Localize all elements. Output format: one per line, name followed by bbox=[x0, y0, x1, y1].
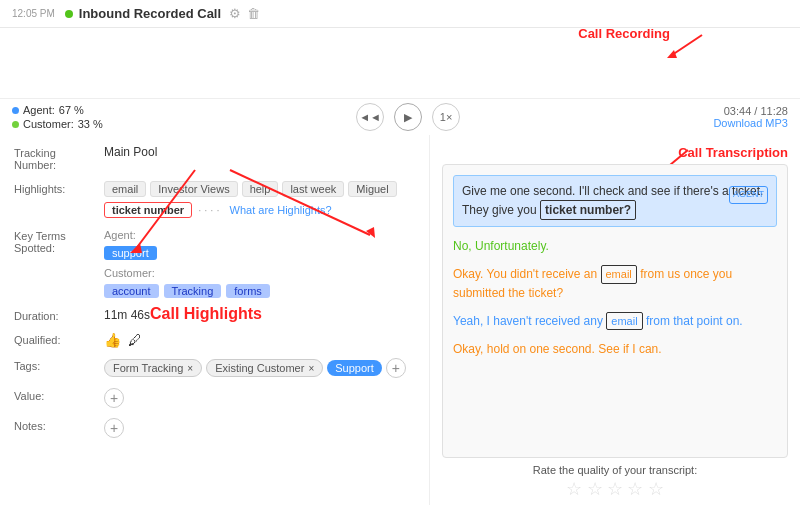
duration-label: Duration: bbox=[14, 308, 104, 322]
badge-account: account bbox=[104, 284, 159, 298]
chip-email[interactable]: email bbox=[104, 181, 146, 197]
add-tag-button[interactable]: + bbox=[386, 358, 406, 378]
left-panel: TrackingNumber: Main Pool Highlights: em… bbox=[0, 135, 430, 505]
agent-label: Agent: bbox=[23, 104, 55, 116]
agent-dot bbox=[12, 107, 19, 114]
key-terms-row: Key TermsSpotted: Agent: support Custome… bbox=[14, 228, 415, 298]
header: 12:05 PM Inbound Recorded Call ⚙ 🗑 bbox=[0, 0, 800, 28]
key-terms-value: Agent: support Customer: account Trackin… bbox=[104, 228, 415, 298]
highlights-link[interactable]: What are Highlights? bbox=[230, 204, 332, 216]
rate-quality: Rate the quality of your transcript: ☆ ☆… bbox=[442, 458, 788, 500]
thumbs-down-icon[interactable]: 🖊 bbox=[128, 332, 142, 348]
notes-row: Notes: + bbox=[14, 418, 415, 438]
email-chip-1: email bbox=[601, 265, 637, 284]
ticket-number-chip: ticket number? bbox=[540, 200, 636, 220]
tag-existing-customer-text: Existing Customer bbox=[215, 362, 304, 374]
trash-icon[interactable]: 🗑 bbox=[247, 6, 260, 21]
transcript-line-5: Okay, hold on one second. See if I can. bbox=[453, 340, 777, 358]
agent-info: Agent: 67 % Customer: 33 % bbox=[12, 104, 103, 130]
agent-term-label: Agent: bbox=[104, 229, 136, 241]
tags-value: Form Tracking × Existing Customer × Supp… bbox=[104, 358, 415, 378]
qualified-row: Qualified: 👍 🖊 bbox=[14, 332, 415, 348]
add-value-button[interactable]: + bbox=[104, 388, 124, 408]
transcript-line-1-text: Give me one second. I'll check and see i… bbox=[462, 184, 763, 217]
play-button[interactable]: ▶ bbox=[394, 103, 422, 131]
tag-support-text: Support bbox=[335, 362, 374, 374]
key-terms-label: Key TermsSpotted: bbox=[14, 228, 104, 254]
highlights-row: Highlights: email Investor Views help la… bbox=[14, 181, 415, 218]
tracking-number-value: Main Pool bbox=[104, 145, 415, 159]
tag-support[interactable]: Support bbox=[327, 360, 382, 376]
duration-value: 11m 46s bbox=[104, 308, 150, 322]
transcript-line-4-text: Yeah, I haven't received any email from … bbox=[453, 314, 743, 328]
download-mp3-link[interactable]: Download MP3 bbox=[713, 117, 788, 129]
notes-label: Notes: bbox=[14, 418, 104, 432]
transcript-line-5-text: Okay, hold on one second. See if I can. bbox=[453, 342, 662, 356]
tags-label: Tags: bbox=[14, 358, 104, 372]
add-notes-button[interactable]: + bbox=[104, 418, 124, 438]
transcript-line-3-text: Okay. You didn't receive an email from u… bbox=[453, 267, 732, 300]
thumbs-up-icon[interactable]: 👍 bbox=[104, 332, 121, 348]
time-separator: / bbox=[754, 105, 757, 117]
tag-existing-customer[interactable]: Existing Customer × bbox=[206, 359, 323, 377]
chip-investor[interactable]: Investor Views bbox=[150, 181, 237, 197]
speed-button[interactable]: 1× bbox=[432, 103, 460, 131]
pool-text: Main Pool bbox=[104, 145, 157, 159]
header-time: 12:05 PM bbox=[12, 8, 55, 19]
highlights-value: email Investor Views help last week Migu… bbox=[104, 181, 415, 218]
star-3[interactable]: ☆ bbox=[607, 479, 623, 499]
tag-form-tracking-text: Form Tracking bbox=[113, 362, 183, 374]
chip-miguel[interactable]: Miguel bbox=[348, 181, 396, 197]
waveform[interactable]: (function(){ var svg = document.currentS… bbox=[12, 36, 788, 96]
right-panel: Call Transcription Give me one second. I… bbox=[430, 135, 800, 505]
header-icons: ⚙ 🗑 bbox=[229, 6, 260, 21]
status-dot bbox=[65, 10, 73, 18]
controls-row: Agent: 67 % Customer: 33 % ◄◄ ▶ 1× 03:44… bbox=[0, 99, 800, 135]
duration-row: Duration: 11m 46s bbox=[14, 308, 415, 322]
time-info: 03:44 / 11:28 Download MP3 bbox=[713, 105, 788, 129]
agent-badge: AGENT bbox=[729, 186, 768, 204]
settings-icon[interactable]: ⚙ bbox=[229, 6, 241, 21]
tags-container: Form Tracking × Existing Customer × Supp… bbox=[104, 358, 415, 378]
customer-label: Customer: bbox=[23, 118, 74, 130]
star-5[interactable]: ☆ bbox=[648, 479, 664, 499]
time-display: 03:44 / 11:28 bbox=[713, 105, 788, 117]
tag-form-tracking-remove[interactable]: × bbox=[187, 363, 193, 374]
waveform-container: Call Recording (function(){ var svg = do… bbox=[0, 28, 800, 99]
playback-controls: ◄◄ ▶ 1× bbox=[356, 103, 460, 131]
chip-help[interactable]: help bbox=[242, 181, 279, 197]
main-content: Call Highlights TrackingNumber: Main Poo… bbox=[0, 135, 800, 505]
waveform-svg: (function(){ var svg = document.currentS… bbox=[12, 36, 788, 96]
star-4[interactable]: ☆ bbox=[627, 479, 643, 499]
email-chip-2: email bbox=[606, 312, 642, 331]
tags-row: Tags: Form Tracking × Existing Customer … bbox=[14, 358, 415, 378]
qualified-label: Qualified: bbox=[14, 332, 104, 346]
transcript-line-1: Give me one second. I'll check and see i… bbox=[453, 175, 777, 227]
stars[interactable]: ☆ ☆ ☆ ☆ ☆ bbox=[442, 478, 788, 500]
highlights-label: Highlights: bbox=[14, 181, 104, 195]
tag-form-tracking[interactable]: Form Tracking × bbox=[104, 359, 202, 377]
customer-dot bbox=[12, 121, 19, 128]
tag-existing-customer-remove[interactable]: × bbox=[308, 363, 314, 374]
chip-lastweek[interactable]: last week bbox=[282, 181, 344, 197]
transcription-box[interactable]: Give me one second. I'll check and see i… bbox=[442, 164, 788, 458]
star-1[interactable]: ☆ bbox=[566, 479, 582, 499]
customer-line: Customer: 33 % bbox=[12, 118, 103, 130]
badge-support: support bbox=[104, 246, 157, 260]
star-2[interactable]: ☆ bbox=[587, 479, 603, 499]
transcript-line-3: Okay. You didn't receive an email from u… bbox=[453, 265, 777, 302]
page-title: Inbound Recorded Call bbox=[79, 6, 221, 21]
value-label: Value: bbox=[14, 388, 104, 402]
transcript-line-2-text: No, Unfortunately. bbox=[453, 239, 549, 253]
badge-forms: forms bbox=[226, 284, 270, 298]
transcription-header: Call Transcription bbox=[442, 145, 788, 160]
chip-ticket-number[interactable]: ticket number bbox=[104, 202, 192, 218]
time-current: 03:44 bbox=[724, 105, 752, 117]
transcript-line-2: No, Unfortunately. bbox=[453, 237, 777, 255]
call-transcription-label: Call Transcription bbox=[678, 145, 788, 160]
value-row: Value: + bbox=[14, 388, 415, 408]
customer-percent: 33 % bbox=[78, 118, 103, 130]
tracking-number-label: TrackingNumber: bbox=[14, 145, 104, 171]
transcript-line-4: Yeah, I haven't received any email from … bbox=[453, 312, 777, 331]
rewind-button[interactable]: ◄◄ bbox=[356, 103, 384, 131]
